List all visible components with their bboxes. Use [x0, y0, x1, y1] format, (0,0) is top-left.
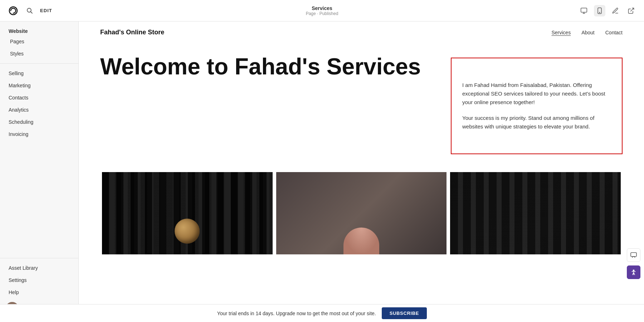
- site-nav-links: Services About Contact: [551, 30, 623, 35]
- sidebar: Website Pages Styles Selling Marketing C…: [0, 21, 79, 322]
- sidebar-item-help[interactable]: Help: [0, 286, 78, 298]
- desktop-view-button[interactable]: [578, 5, 590, 16]
- search-button[interactable]: [26, 8, 33, 14]
- svg-point-7: [599, 12, 600, 13]
- subscribe-button[interactable]: SUBSCRIBE: [382, 307, 427, 319]
- hero-description-box: I am Fahad Hamid from Faisalabad, Pakist…: [451, 58, 623, 154]
- trial-message: Your trial ends in 14 days. Upgrade now …: [217, 311, 376, 316]
- image-block-1: [102, 172, 273, 254]
- hero-section: Welcome to Fahad's Services I am Fahad H…: [79, 43, 644, 172]
- nav-contact[interactable]: Contact: [605, 30, 623, 35]
- hero-left: Welcome to Fahad's Services: [100, 54, 436, 154]
- image-block-3: [450, 172, 621, 254]
- svg-rect-12: [631, 253, 636, 257]
- topbar-right: [578, 5, 637, 16]
- accessibility-button[interactable]: [627, 265, 640, 279]
- edit-label[interactable]: EDIT: [40, 8, 52, 13]
- images-section: [100, 172, 623, 254]
- website-preview: Fahad's Online Store Services About Cont…: [79, 21, 644, 322]
- trial-bar: Your trial ends in 14 days. Upgrade now …: [0, 304, 644, 322]
- topbar-left: EDIT: [7, 5, 52, 17]
- sidebar-item-settings[interactable]: Settings: [0, 274, 78, 286]
- main-area: Website Pages Styles Selling Marketing C…: [0, 21, 644, 322]
- image-placeholder-2: [276, 172, 447, 254]
- sidebar-item-asset-library[interactable]: Asset Library: [0, 262, 78, 274]
- sidebar-item-marketing[interactable]: Marketing: [0, 79, 78, 92]
- sidebar-main-section: Website Pages Styles Selling Marketing C…: [0, 25, 78, 144]
- floating-right-panel: [627, 248, 640, 279]
- image-placeholder-1: [102, 172, 273, 254]
- mobile-view-button[interactable]: [594, 5, 605, 16]
- ball-decoration: [175, 219, 200, 244]
- site-nav: Fahad's Online Store Services About Cont…: [79, 21, 644, 43]
- sidebar-item-scheduling[interactable]: Scheduling: [0, 116, 78, 128]
- hero-desc-1: I am Fahad Hamid from Faisalabad, Pakist…: [462, 81, 611, 107]
- sidebar-item-analytics[interactable]: Analytics: [0, 104, 78, 116]
- sidebar-item-pages[interactable]: Pages: [0, 35, 78, 48]
- nav-services[interactable]: Services: [551, 30, 571, 35]
- squarespace-logo[interactable]: [7, 5, 19, 17]
- topbar-center: Services Page · Published: [306, 5, 338, 16]
- page-title: Services: [306, 5, 338, 11]
- sidebar-item-contacts[interactable]: Contacts: [0, 92, 78, 104]
- nav-about[interactable]: About: [581, 30, 595, 35]
- svg-line-8: [630, 8, 634, 11]
- svg-point-13: [633, 270, 635, 272]
- site-brand: Fahad's Online Store: [100, 29, 164, 36]
- canvas-area: Fahad's Online Store Services About Cont…: [79, 21, 644, 322]
- hero-title: Welcome to Fahad's Services: [100, 54, 436, 79]
- image-placeholder-3: [450, 172, 621, 254]
- topbar: EDIT Services Page · Published: [0, 0, 644, 21]
- sidebar-item-styles[interactable]: Styles: [0, 48, 78, 60]
- svg-line-2: [31, 11, 33, 13]
- sidebar-item-invoicing[interactable]: Invoicing: [0, 128, 78, 140]
- edit-tool-button[interactable]: [610, 5, 621, 16]
- svg-rect-3: [581, 8, 587, 12]
- image-block-2: [276, 172, 447, 254]
- hero-desc-2: Your success is my priority. Stand out a…: [462, 114, 611, 131]
- sidebar-item-website[interactable]: Website: [0, 25, 78, 35]
- page-status: Page · Published: [306, 11, 338, 16]
- sidebar-item-selling[interactable]: Selling: [0, 67, 78, 79]
- chat-button[interactable]: [627, 248, 640, 262]
- external-link-button[interactable]: [625, 5, 637, 16]
